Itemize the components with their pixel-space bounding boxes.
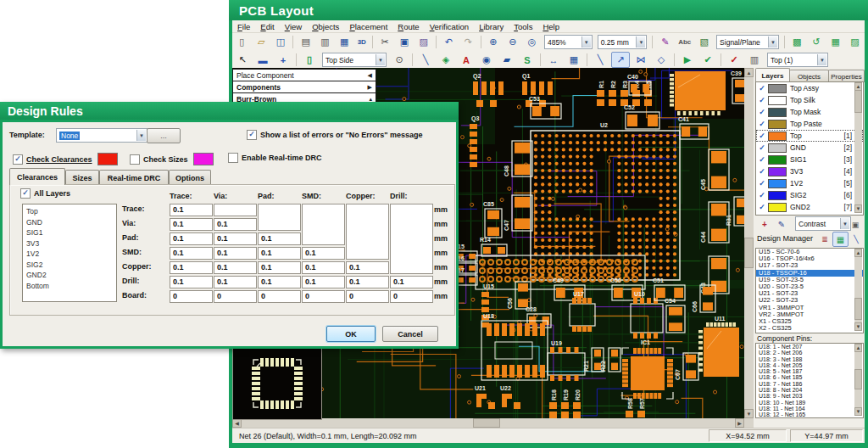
scroll-up-icon[interactable]: ▲ bbox=[854, 82, 862, 91]
place-via-icon[interactable]: ◈ bbox=[437, 52, 455, 68]
menu-item-objects[interactable]: Objects bbox=[307, 22, 344, 31]
matrix-cell[interactable]: 0.1 bbox=[258, 276, 301, 288]
layer-visible-check-icon[interactable]: ✓ bbox=[756, 96, 768, 104]
copy-icon[interactable]: ▣ bbox=[396, 34, 414, 50]
tab-objects[interactable]: Objects bbox=[789, 70, 829, 82]
text-style-button[interactable]: Abc bbox=[676, 34, 693, 50]
place-text-icon[interactable]: A bbox=[457, 52, 476, 68]
cancel-button[interactable]: Cancel bbox=[382, 326, 438, 342]
chevron-down-icon[interactable]: ▼ bbox=[581, 36, 591, 48]
component-list-scrollbar[interactable]: ▲▼ bbox=[854, 249, 862, 331]
pin-list-item[interactable]: U18: 2 - Net 206 bbox=[756, 350, 863, 356]
matrix-cell[interactable]: 0.1 bbox=[258, 261, 301, 274]
tab-properties[interactable]: Properties bbox=[828, 70, 865, 82]
layer-visible-check-icon[interactable]: ✓ bbox=[756, 120, 768, 128]
edit-layer-button[interactable]: ✎ bbox=[774, 217, 789, 232]
layer-visible-check-icon[interactable]: ✓ bbox=[756, 179, 768, 188]
menu-item-help[interactable]: Help bbox=[537, 22, 565, 31]
verify-icon[interactable]: ✔ bbox=[698, 52, 717, 68]
run-autorouter-icon[interactable]: ▶ bbox=[678, 52, 697, 68]
chevron-down-icon[interactable]: ▼ bbox=[768, 36, 777, 48]
dialog-layer-item[interactable]: SIG2 bbox=[26, 260, 113, 271]
zoom-window-icon[interactable]: ◎ bbox=[523, 34, 541, 50]
compare-netlist-icon[interactable]: ▥ bbox=[745, 52, 764, 68]
pin-list-item[interactable]: U18: 3 - Net 188 bbox=[756, 356, 863, 362]
table-icon[interactable]: ▦ bbox=[565, 52, 583, 68]
menu-item-verification[interactable]: Verification bbox=[425, 22, 474, 31]
matrix-cell[interactable]: 0.1 bbox=[170, 247, 213, 260]
menu-item-view[interactable]: View bbox=[280, 22, 307, 31]
scroll-up-icon[interactable]: ▲ bbox=[854, 344, 862, 352]
layer-visible-check-icon[interactable]: ✓ bbox=[756, 108, 768, 116]
layer-visible-check-icon[interactable]: ✓ bbox=[756, 132, 768, 140]
fanout-icon[interactable]: ◇ bbox=[652, 52, 670, 68]
layer-row-sig2[interactable]: ✓SIG2[6] bbox=[756, 189, 863, 201]
dm-components-icon[interactable]: ▦ bbox=[832, 232, 849, 247]
pointer-tool-icon[interactable]: ↖ bbox=[233, 52, 252, 68]
dialog-layer-item[interactable]: GND bbox=[26, 217, 113, 228]
tab-layers[interactable]: Layers bbox=[755, 68, 790, 82]
chevron-down-icon[interactable]: ▼ bbox=[817, 54, 826, 65]
menu-item-tools[interactable]: Tools bbox=[509, 22, 537, 31]
scroll-up-icon[interactable]: ▲ bbox=[744, 68, 754, 77]
pin-list-item[interactable]: U18: 8 - Net 204 bbox=[756, 387, 863, 393]
dm-patterns-icon[interactable]: ≣ bbox=[818, 232, 832, 246]
update-layers-icon[interactable]: ↺ bbox=[808, 34, 826, 50]
chevron-down-icon[interactable]: ▼ bbox=[636, 36, 645, 48]
zoom-out-icon[interactable]: ⊖ bbox=[504, 34, 521, 50]
route-tool-icon[interactable]: ↗ bbox=[611, 52, 630, 68]
matrix-cell[interactable]: 0.1 bbox=[170, 261, 213, 274]
menu-item-edit[interactable]: Edit bbox=[255, 22, 279, 31]
layer-row-top[interactable]: ✓Top[1] bbox=[756, 130, 863, 142]
layer-row-top-paste[interactable]: ✓Top Paste bbox=[756, 118, 863, 130]
vscroll-thumb[interactable] bbox=[744, 238, 754, 268]
dialog-layer-list[interactable]: TopGNDSIG13V31V2SIG2GND2Bottom bbox=[22, 204, 117, 302]
dialog-tab-options[interactable]: Options bbox=[169, 170, 211, 185]
zoom-in-icon[interactable]: ⊕ bbox=[485, 34, 503, 50]
matrix-cell[interactable]: 0 bbox=[302, 290, 345, 303]
matrix-cell[interactable]: 0.1 bbox=[214, 261, 257, 274]
net-highlight-icon[interactable]: ▩ bbox=[788, 34, 806, 50]
matrix-cell[interactable]: 0.1 bbox=[214, 218, 257, 231]
pin-list-item[interactable]: U18: 11 - Net 164 bbox=[756, 406, 863, 412]
vscroll-thumb[interactable] bbox=[854, 298, 862, 320]
layer-row-top-mask[interactable]: ✓Top Mask bbox=[756, 106, 863, 118]
place-polygon-icon[interactable]: ▰ bbox=[498, 52, 516, 68]
component-list-item[interactable]: X2 - CS325 bbox=[756, 325, 863, 332]
matrix-cell[interactable]: 0.1 bbox=[214, 276, 257, 288]
plane-type-combo[interactable]: Signal/Plane▼ bbox=[716, 35, 779, 49]
checkbox-check-clearances[interactable]: ✓Check Clearances bbox=[13, 153, 118, 165]
template-browse-button[interactable]: ... bbox=[147, 128, 181, 143]
matrix-cell[interactable]: 0 bbox=[390, 290, 433, 303]
layer-visible-check-icon[interactable]: ✓ bbox=[756, 155, 768, 164]
paste-icon[interactable]: ▨ bbox=[415, 34, 432, 50]
print-icon[interactable]: ▤ bbox=[297, 34, 314, 50]
layer-visible-check-icon[interactable]: ✓ bbox=[756, 143, 768, 152]
pin-list-item[interactable]: U18: 6 - Net 185 bbox=[756, 374, 863, 380]
dialog-tab-clearances[interactable]: Clearances bbox=[9, 168, 65, 185]
ok-button[interactable]: OK bbox=[326, 326, 376, 342]
netlist-icon[interactable]: ▦ bbox=[826, 34, 844, 50]
dialog-tab-real-time-drc[interactable]: Real-time DRC bbox=[99, 170, 169, 185]
scroll-right-icon[interactable]: ▶ bbox=[735, 418, 744, 428]
edit-styles-icon[interactable]: ✎ bbox=[656, 34, 674, 50]
layer-row-gnd[interactable]: ✓GND[2] bbox=[756, 142, 863, 154]
layers-list-scrollbar[interactable]: ▲▼ bbox=[854, 82, 862, 213]
checkbox-icon[interactable]: ✓ bbox=[247, 130, 257, 140]
cut-icon[interactable]: ✂ bbox=[376, 34, 394, 50]
show-errors-checkbox[interactable]: ✓ Show a list of errors or "No Errors" m… bbox=[247, 130, 423, 140]
layer-row-top-assy[interactable]: ✓Top Assy bbox=[756, 82, 863, 94]
matrix-cell[interactable]: 0 bbox=[258, 290, 301, 303]
pins-list-scrollbar[interactable]: ▲▼ bbox=[854, 344, 862, 416]
board-setup-icon[interactable]: ▨ bbox=[846, 34, 864, 50]
unroute-icon[interactable]: ⋈ bbox=[632, 52, 650, 68]
layer-visible-check-icon[interactable]: ✓ bbox=[756, 203, 768, 211]
open-icon[interactable]: ▱ bbox=[253, 34, 270, 50]
hscroll-thumb[interactable] bbox=[473, 418, 500, 428]
undo-icon[interactable]: ↶ bbox=[440, 34, 458, 50]
matrix-cell[interactable]: 0.1 bbox=[170, 204, 213, 216]
pin-list-item[interactable]: U18: 7 - Net 186 bbox=[756, 381, 863, 387]
place-shape-icon[interactable]: S bbox=[518, 52, 537, 68]
matrix-cell[interactable]: 0.1 bbox=[170, 232, 213, 245]
dialog-layer-item[interactable]: GND2 bbox=[26, 270, 113, 281]
